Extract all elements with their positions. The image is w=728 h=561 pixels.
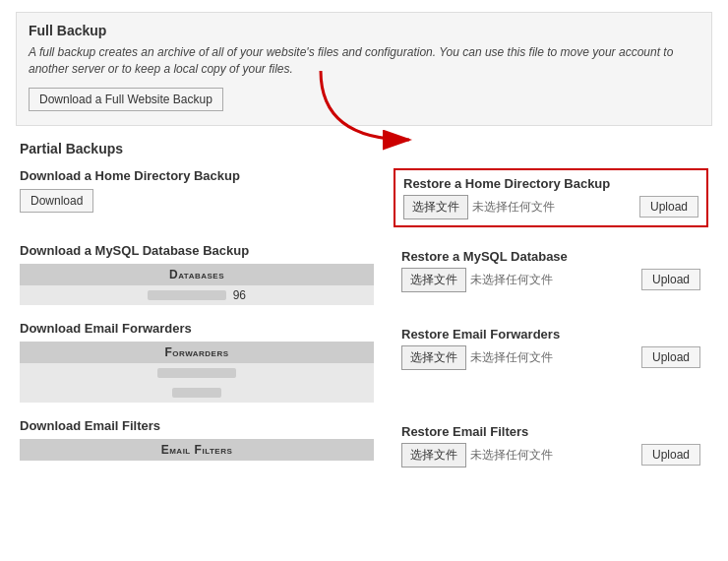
mysql-database-download-title: Download a MySQL Database Backup [20,243,374,258]
home-directory-download: Download a Home Directory Backup Downloa… [20,168,394,213]
email-filters-table: Email Filters [20,439,374,461]
mysql-database-no-file-text: 未选择任何文件 [470,272,553,288]
forwarders-table-row-1 [20,363,374,383]
mysql-database-upload-button[interactable]: Upload [641,269,700,290]
arrow-container [16,140,712,141]
home-directory-restore: Restore a Home Directory Backup 选择文件 未选择… [394,168,708,227]
databases-table: Databases 96 [20,264,374,305]
mysql-database-row: Download a MySQL Database Backup Databas… [20,243,708,305]
full-backup-section: Full Backup A full backup creates an arc… [16,12,712,126]
forwarders-table-header: Forwarders [20,342,374,363]
home-directory-choose-file-button[interactable]: 选择文件 [403,195,468,219]
forwarders-table: Forwarders [20,342,374,403]
email-filters-upload-button[interactable]: Upload [641,444,700,466]
forwarder-blurred-text-1 [157,368,236,378]
email-forwarders-no-file-text: 未选择任何文件 [470,349,553,366]
home-directory-file-row: 选择文件 未选择任何文件 Upload [403,195,698,219]
email-filters-download: Download Email Filters Email Filters [20,418,394,461]
email-forwarders-download: Download Email Forwarders Forwarders [20,321,394,403]
home-directory-upload-button[interactable]: Upload [639,196,698,218]
partial-backups-section: Partial Backups Download a Home Director… [16,141,712,473]
email-filters-no-file-text: 未选择任何文件 [470,447,553,464]
email-filters-choose-file-button[interactable]: 选择文件 [401,443,466,468]
full-backup-description: A full backup creates an archive of all … [29,44,699,78]
email-filters-file-row: 选择文件 未选择任何文件 Upload [401,443,700,468]
mysql-database-choose-file-button[interactable]: 选择文件 [401,268,466,292]
mysql-database-file-row: 选择文件 未选择任何文件 Upload [401,268,700,292]
email-forwarders-restore-title: Restore Email Forwarders [401,327,700,342]
forwarders-table-row-2 [20,383,374,403]
email-forwarders-restore: Restore Email Forwarders 选择文件 未选择任何文件 Up… [394,321,708,376]
email-forwarders-row: Download Email Forwarders Forwarders [20,321,708,403]
email-filters-table-header: Email Filters [20,439,374,461]
email-filters-row: Download Email Filters Email Filters Res… [20,418,708,473]
email-filters-restore-title: Restore Email Filters [401,424,700,439]
databases-table-header: Databases [20,264,374,285]
email-forwarders-download-title: Download Email Forwarders [20,321,374,336]
email-forwarders-file-row: 选择文件 未选择任何文件 Upload [401,345,700,370]
full-backup-title: Full Backup [29,23,699,38]
email-filters-restore: Restore Email Filters 选择文件 未选择任何文件 Uploa… [394,418,708,473]
home-directory-download-title: Download a Home Directory Backup [20,168,374,183]
database-blurred-text [148,290,226,300]
email-filters-download-title: Download Email Filters [20,418,374,433]
mysql-database-restore-title: Restore a MySQL Database [401,249,700,264]
email-forwarders-choose-file-button[interactable]: 选择文件 [401,345,466,370]
partial-backups-title: Partial Backups [20,141,708,156]
home-directory-restore-title: Restore a Home Directory Backup [403,176,698,191]
mysql-database-restore: Restore a MySQL Database 选择文件 未选择任何文件 Up… [394,243,708,298]
database-count: 96 [233,288,246,302]
home-directory-download-button[interactable]: Download [20,189,93,213]
home-directory-row: Download a Home Directory Backup Downloa… [20,168,708,227]
home-directory-no-file-text: 未选择任何文件 [472,199,555,216]
download-full-backup-button[interactable]: Download a Full Website Backup [29,88,223,111]
email-forwarders-upload-button[interactable]: Upload [641,346,700,368]
forwarder-blurred-text-2 [172,388,221,398]
databases-table-row: 96 [20,285,374,305]
mysql-database-download: Download a MySQL Database Backup Databas… [20,243,394,305]
page-wrapper: Full Backup A full backup creates an arc… [0,0,728,561]
